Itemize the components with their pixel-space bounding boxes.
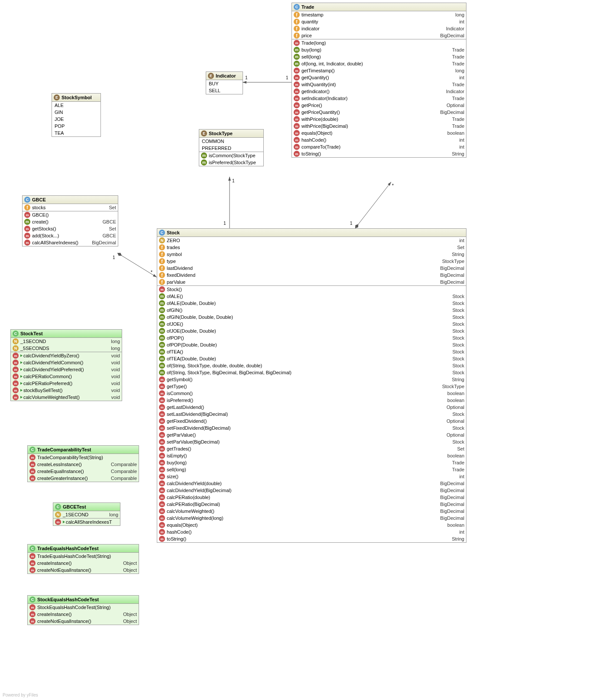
member-name: calcPERatioCommon(): [23, 374, 72, 379]
method-icon: m: [159, 390, 165, 396]
member-type: BigDecimal: [437, 272, 464, 278]
class-gbcetest[interactable]: CGBCETest N_1SECONDlong mcalcAllShareInd…: [53, 502, 120, 526]
member-type: Stock: [449, 370, 464, 375]
test-method-icon: m: [13, 394, 19, 400]
class-tradeeq[interactable]: CTradeEqualsHashCodeTest mTradeEqualsHas…: [27, 544, 139, 574]
member-name: type: [167, 259, 176, 264]
class-stocktype[interactable]: EStockType COMMONPREFERRED misCommon(Sto…: [199, 129, 264, 166]
class-stock[interactable]: CStock NZEROintftradesSetfsymbolStringft…: [157, 228, 466, 543]
field-icon: f: [24, 204, 30, 211]
member-name: ofPOP(): [167, 335, 184, 340]
method-icon: m: [159, 286, 165, 292]
field-icon: f: [159, 279, 165, 285]
member-name: symbol: [167, 252, 182, 257]
member-row: madd(Stock...)GBCE: [23, 232, 118, 239]
class-stocktest[interactable]: CStockTest N_1SECONDlongN_5SECONDSlong m…: [10, 329, 122, 401]
member-name: ofALE(): [167, 294, 183, 299]
member-type: BigDecimal: [88, 240, 116, 245]
member-row: mofALE()Stock: [157, 293, 466, 300]
member-name: toString(): [167, 536, 186, 541]
member-name: toString(): [301, 151, 321, 156]
member-row: mstockBuySellTest()void: [11, 387, 122, 394]
static-method-icon: m: [159, 342, 165, 348]
method-icon: m: [29, 560, 36, 566]
member-row: fpriceBigDecimal: [292, 32, 466, 39]
method-icon: m: [159, 383, 165, 389]
member-name: calcPERatioPreferred(): [23, 381, 72, 386]
member-type: Stock: [449, 356, 464, 361]
method-icon: m: [159, 446, 165, 452]
member-row: mcalcDividendYieldCommon()void: [11, 359, 122, 366]
static-method-icon: m: [159, 335, 165, 341]
method-icon: m: [294, 88, 300, 94]
class-stocksymbol[interactable]: EStockSymbol ALEGINJOEPOPTEA: [52, 93, 101, 137]
member-name: setIndicator(Indicator): [301, 96, 347, 101]
member-name: calcDividendYield(BigDecimal): [167, 488, 231, 493]
member-type: String: [448, 151, 464, 156]
member-row: mofPOP(Double, Double)Stock: [157, 341, 466, 348]
member-type: Trade: [449, 47, 464, 52]
enum-icon: E: [201, 130, 207, 136]
member-type: Trade: [449, 61, 464, 66]
field-icon: f: [159, 265, 165, 271]
member-row: mcalcAllShareIndexes()BigDecimal: [23, 239, 118, 246]
static-method-icon: m: [24, 219, 30, 225]
field-icon: f: [294, 26, 300, 32]
class-title: StockSymbol: [62, 95, 92, 100]
run-icon: [20, 354, 23, 357]
member-row: mofPOP()Stock: [157, 334, 466, 341]
member-name: calcPERatio(BigDecimal): [167, 502, 220, 507]
member-row: msetParValue(BigDecimal)Stock: [157, 438, 466, 445]
member-type: Object: [120, 612, 137, 617]
member-type: long: [107, 339, 120, 344]
member-row: mequals(Object)boolean: [292, 130, 466, 136]
class-title: TradeComparabilityTest: [37, 447, 91, 452]
member-type: Stock: [449, 301, 464, 306]
method-icon: m: [294, 116, 300, 122]
member-name: hashCode(): [301, 137, 326, 143]
class-stockeq[interactable]: CStockEqualsHashCodeTest mStockEqualsHas…: [27, 595, 139, 625]
member-name: getFixedDividend(): [167, 418, 207, 424]
member-row: mtoString()String: [292, 150, 466, 157]
class-tradecomp[interactable]: CTradeComparabilityTest mTradeComparabil…: [27, 445, 139, 482]
member-type: Stock: [449, 314, 464, 320]
static-method-icon: m: [294, 47, 300, 53]
member-type: StockType: [439, 384, 464, 389]
class-trade[interactable]: CTrade ftimestamplongfquantityintfindica…: [291, 3, 466, 158]
class-indicator[interactable]: EIndicator BUYSELL: [206, 71, 243, 94]
member-name: ZERO: [167, 238, 180, 243]
method-icon: m: [29, 475, 36, 481]
member-type: Comparable: [107, 469, 137, 474]
member-row: mcalcDividendYieldByZero()void: [11, 352, 122, 359]
member-type: Optional: [443, 432, 464, 438]
method-icon: m: [294, 123, 300, 129]
member-row: mgetParValue()Optional: [157, 431, 466, 438]
method-icon: m: [294, 130, 300, 136]
enum-icon: E: [54, 94, 60, 100]
member-type: Optional: [443, 418, 464, 424]
member-name: equals(Object): [167, 522, 198, 528]
member-type: boolean: [444, 398, 464, 403]
member-name: getTrades(): [167, 446, 191, 451]
static-method-icon: m: [159, 314, 165, 320]
member-type: boolean: [444, 130, 464, 136]
member-name: sell(long): [301, 54, 321, 59]
member-type: BigDecimal: [437, 515, 464, 521]
member-type: StockType: [439, 259, 464, 264]
cardinality-label: 1: [245, 75, 248, 80]
member-row: mcalcPERatioPreferred()void: [11, 380, 122, 387]
method-icon: m: [159, 439, 165, 445]
member-type: Trade: [449, 117, 464, 122]
method-icon: m: [294, 40, 300, 46]
member-row: mwithQuantity(int)Trade: [292, 81, 466, 88]
member-name: setFixedDividend(BigDecimal): [167, 425, 230, 431]
member-type: BigDecimal: [437, 488, 464, 493]
member-type: Stock: [449, 349, 464, 354]
member-row: ftradesSet: [157, 244, 466, 251]
member-type: Stock: [449, 425, 464, 431]
member-type: Set: [105, 205, 116, 210]
member-name: equals(Object): [301, 130, 333, 136]
method-icon: m: [159, 515, 165, 521]
member-type: Trade: [449, 54, 464, 59]
class-gbce[interactable]: CGBCE fstocksSet mGBCE()mcreate()GBCEmge…: [22, 195, 118, 246]
